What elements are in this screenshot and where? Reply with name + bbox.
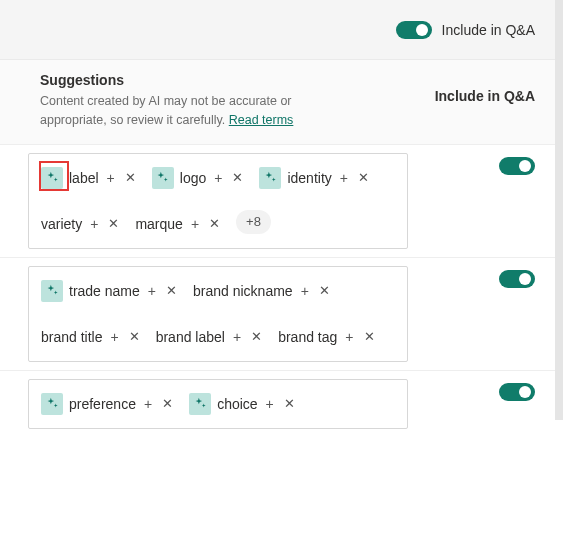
- remove-icon[interactable]: ✕: [356, 170, 371, 185]
- row-include-toggle[interactable]: [499, 383, 535, 401]
- sparkle-icon: [194, 397, 207, 410]
- include-toggle[interactable]: [396, 21, 432, 39]
- add-icon[interactable]: +: [338, 170, 350, 186]
- pill-label: brand nickname: [193, 283, 293, 299]
- ai-badge: [152, 167, 174, 189]
- suggestion-pill: brand tag+✕: [278, 323, 376, 351]
- add-icon[interactable]: +: [108, 329, 120, 345]
- row-toggle-col: [408, 266, 543, 362]
- pill-label: identity: [287, 170, 331, 186]
- add-icon[interactable]: +: [299, 283, 311, 299]
- remove-icon[interactable]: ✕: [282, 396, 297, 411]
- suggestion-pill: brand label+✕: [156, 323, 264, 351]
- suggestion-pill: trade name+✕: [41, 277, 179, 305]
- remove-icon[interactable]: ✕: [362, 329, 377, 344]
- remove-icon[interactable]: ✕: [106, 216, 121, 231]
- pill-label: preference: [69, 396, 136, 412]
- pill-label: brand tag: [278, 329, 337, 345]
- suggestion-pill: brand title+✕: [41, 323, 142, 351]
- remove-icon[interactable]: ✕: [160, 396, 175, 411]
- pill-label: brand label: [156, 329, 225, 345]
- include-toggle-label: Include in Q&A: [442, 22, 535, 38]
- remove-icon[interactable]: ✕: [127, 329, 142, 344]
- suggestion-box: trade name+✕brand nickname+✕brand title+…: [28, 266, 408, 362]
- sparkle-icon: [46, 284, 59, 297]
- read-terms-link[interactable]: Read terms: [229, 113, 294, 127]
- row-include-toggle[interactable]: [499, 157, 535, 175]
- ai-badge: [189, 393, 211, 415]
- remove-icon[interactable]: ✕: [164, 283, 179, 298]
- remove-icon[interactable]: ✕: [207, 216, 222, 231]
- suggestion-pill: preference+✕: [41, 390, 175, 418]
- pill-label: logo: [180, 170, 206, 186]
- sparkle-icon: [156, 171, 169, 184]
- row-include-toggle[interactable]: [499, 270, 535, 288]
- overflow-chip[interactable]: +8: [236, 210, 271, 234]
- pill-label: variety: [41, 216, 82, 232]
- suggestion-groups: label+✕logo+✕identity+✕variety+✕marque+✕…: [0, 145, 563, 437]
- suggestion-pill: logo+✕: [152, 164, 246, 192]
- sparkle-icon: [46, 397, 59, 410]
- remove-icon[interactable]: ✕: [123, 170, 138, 185]
- suggestion-group: label+✕logo+✕identity+✕variety+✕marque+✕…: [0, 145, 563, 257]
- suggestion-pill: marque+✕: [135, 210, 222, 238]
- add-icon[interactable]: +: [88, 216, 100, 232]
- suggestion-box: preference+✕choice+✕: [28, 379, 408, 429]
- row-toggle-col: [408, 379, 543, 429]
- remove-icon[interactable]: ✕: [230, 170, 245, 185]
- ai-badge: [41, 280, 63, 302]
- sparkle-icon: [264, 171, 277, 184]
- ai-badge: [259, 167, 281, 189]
- pill-label: label: [69, 170, 99, 186]
- top-bar: Include in Q&A: [0, 0, 563, 60]
- include-column-header: Include in Q&A: [435, 88, 535, 104]
- pill-label: brand title: [41, 329, 102, 345]
- suggestions-desc: Content created by AI may not be accurat…: [40, 92, 360, 130]
- ai-badge: [41, 393, 63, 415]
- suggestion-group: preference+✕choice+✕: [0, 370, 563, 437]
- add-icon[interactable]: +: [264, 396, 276, 412]
- suggestion-group: trade name+✕brand nickname+✕brand title+…: [0, 257, 563, 370]
- sparkle-icon: [46, 171, 59, 184]
- remove-icon[interactable]: ✕: [317, 283, 332, 298]
- add-icon[interactable]: +: [105, 170, 117, 186]
- add-icon[interactable]: +: [146, 283, 158, 299]
- pill-label: marque: [135, 216, 182, 232]
- add-icon[interactable]: +: [343, 329, 355, 345]
- suggestion-pill: identity+✕: [259, 164, 371, 192]
- pill-label: choice: [217, 396, 257, 412]
- pill-label: trade name: [69, 283, 140, 299]
- scrollbar-track[interactable]: [555, 0, 563, 420]
- suggestions-header: Suggestions Content created by AI may no…: [0, 60, 563, 145]
- add-icon[interactable]: +: [189, 216, 201, 232]
- add-icon[interactable]: +: [212, 170, 224, 186]
- row-toggle-col: [408, 153, 543, 249]
- remove-icon[interactable]: ✕: [249, 329, 264, 344]
- suggestion-pill: label+✕: [41, 164, 138, 192]
- suggestion-pill: variety+✕: [41, 210, 121, 238]
- add-icon[interactable]: +: [142, 396, 154, 412]
- suggestion-pill: choice+✕: [189, 390, 297, 418]
- suggestion-pill: brand nickname+✕: [193, 277, 332, 305]
- include-toggle-top: Include in Q&A: [396, 21, 535, 39]
- ai-badge: [41, 167, 63, 189]
- suggestion-box: label+✕logo+✕identity+✕variety+✕marque+✕…: [28, 153, 408, 249]
- add-icon[interactable]: +: [231, 329, 243, 345]
- suggestions-title: Suggestions: [40, 72, 435, 88]
